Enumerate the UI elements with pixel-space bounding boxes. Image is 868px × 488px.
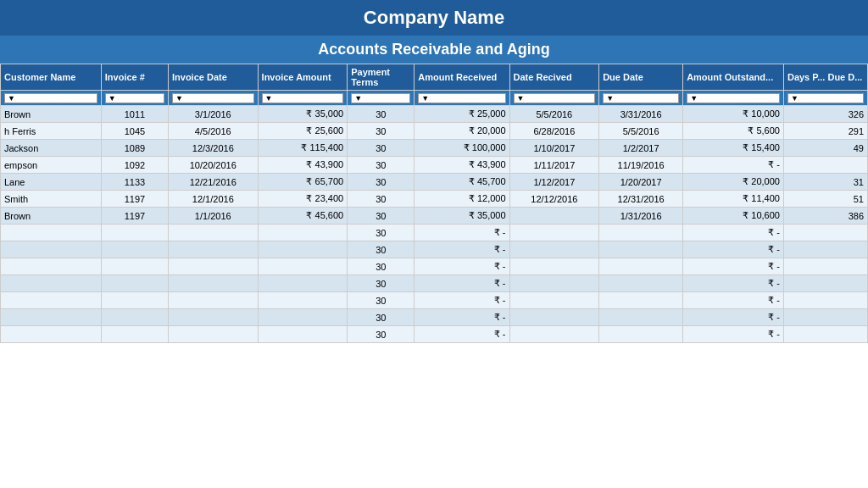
cell-invoice_date: 12/1/2016 [168,191,258,208]
filter-amtrec[interactable]: ▼ [415,91,509,106]
table-row: Lane113312/21/2016₹ 65,70030₹ 45,7001/12… [1,174,868,191]
cell-amount_outstanding: ₹ 11,400 [683,191,784,208]
cell-payment_terms: 30 [348,309,415,326]
col-header-invoice: Invoice # [101,64,168,91]
table-row: 30₹ -₹ - [1,309,868,326]
cell-invoice_num: 1197 [101,191,168,208]
cell-amount_received: ₹ - [415,258,509,275]
filter-invoice[interactable]: ▼ [101,91,168,106]
cell-due_date: 1/20/2017 [599,174,683,191]
cell-invoice_num [101,309,168,326]
cell-date_received: 1/11/2017 [509,157,599,174]
filter-duedate[interactable]: ▼ [599,91,683,106]
cell-payment_terms: 30 [348,191,415,208]
cell-invoice_date: 10/20/2016 [168,157,258,174]
cell-amount_outstanding: ₹ - [683,309,784,326]
filter-amtout[interactable]: ▼ [683,91,784,106]
cell-invoice_date [168,326,258,343]
col-header-invamt: Invoice Amount [258,64,348,91]
cell-invoice_num: 1011 [101,106,168,123]
cell-date_received: 6/28/2016 [509,123,599,140]
col-header-dayspdue: Days P... Due D... [783,64,867,91]
cell-invoice_num [101,275,168,292]
cell-amount_received: ₹ - [415,225,509,241]
cell-invoice_num: 1133 [101,174,168,191]
cell-payment_terms: 30 [348,241,415,258]
cell-invoice_amount [258,258,348,275]
page-subtitle: Accounts Receivable and Aging [0,36,868,64]
cell-invoice_amount [258,225,348,241]
col-header-duedate: Due Date [599,64,683,91]
filter-row: ▼ ▼ ▼ ▼ ▼ ▼ ▼ ▼ ▼ ▼ [1,91,868,106]
table-row: Brown11971/1/2016₹ 45,60030₹ 35,0001/31/… [1,208,868,225]
cell-customer_name [1,241,102,258]
header-row: Customer Name Invoice # Invoice Date Inv… [1,64,868,91]
cell-days_past_due: 31 [783,174,867,191]
table-row: 30₹ -₹ - [1,241,868,258]
table-row: 30₹ -₹ - [1,225,868,241]
cell-date_received [509,258,599,275]
filter-invdate[interactable]: ▼ [168,91,258,106]
cell-date_received [509,241,599,258]
col-header-payterm: Payment Terms [348,64,415,91]
table-row: h Ferris10454/5/2016₹ 25,60030₹ 20,0006/… [1,123,868,140]
cell-payment_terms: 30 [348,292,415,309]
cell-days_past_due [783,309,867,326]
cell-amount_received: ₹ - [415,241,509,258]
cell-due_date [599,309,683,326]
cell-invoice_num: 1089 [101,140,168,157]
cell-customer_name [1,326,102,343]
cell-days_past_due [783,258,867,275]
cell-invoice_date: 4/5/2016 [168,123,258,140]
cell-invoice_amount [258,275,348,292]
cell-invoice_amount: ₹ 35,000 [258,106,348,123]
cell-invoice_date [168,258,258,275]
cell-payment_terms: 30 [348,225,415,241]
cell-days_past_due: 49 [783,140,867,157]
filter-customer[interactable]: ▼ [1,91,102,106]
cell-due_date [599,275,683,292]
cell-days_past_due: 51 [783,191,867,208]
col-header-amtrec: Amount Received [415,64,509,91]
cell-customer_name [1,258,102,275]
cell-days_past_due: 326 [783,106,867,123]
cell-customer_name [1,225,102,241]
cell-payment_terms: 30 [348,123,415,140]
filter-payterm[interactable]: ▼ [348,91,415,106]
cell-payment_terms: 30 [348,326,415,343]
cell-payment_terms: 30 [348,258,415,275]
cell-invoice_date [168,309,258,326]
table-row: Smith119712/1/2016₹ 23,40030₹ 12,00012/1… [1,191,868,208]
cell-amount_outstanding: ₹ 15,400 [683,140,784,157]
cell-invoice_num [101,241,168,258]
cell-payment_terms: 30 [348,106,415,123]
cell-due_date [599,225,683,241]
cell-amount_outstanding: ₹ 10,600 [683,208,784,225]
filter-daterec[interactable]: ▼ [509,91,599,106]
cell-invoice_amount [258,241,348,258]
table-row: 30₹ -₹ - [1,326,868,343]
table-row: Brown10113/1/2016₹ 35,00030₹ 25,0005/5/2… [1,106,868,123]
cell-invoice_num: 1197 [101,208,168,225]
cell-amount_outstanding: ₹ - [683,225,784,241]
company-title: Company Name [0,0,868,36]
cell-invoice_num [101,258,168,275]
cell-customer_name: empson [1,157,102,174]
cell-customer_name: h Ferris [1,123,102,140]
cell-date_received [509,326,599,343]
cell-amount_outstanding: ₹ 5,600 [683,123,784,140]
cell-amount_outstanding: ₹ - [683,326,784,343]
cell-amount_received: ₹ 20,000 [415,123,509,140]
filter-dayspdue[interactable]: ▼ [783,91,867,106]
cell-days_past_due [783,275,867,292]
cell-amount_received: ₹ - [415,326,509,343]
cell-invoice_date [168,275,258,292]
filter-invamt[interactable]: ▼ [258,91,348,106]
cell-due_date: 11/19/2016 [599,157,683,174]
cell-payment_terms: 30 [348,174,415,191]
table-row: Jackson108912/3/2016₹ 115,40030₹ 100,000… [1,140,868,157]
cell-invoice_date [168,241,258,258]
cell-date_received [509,309,599,326]
cell-invoice_amount [258,292,348,309]
cell-due_date: 12/31/2016 [599,191,683,208]
